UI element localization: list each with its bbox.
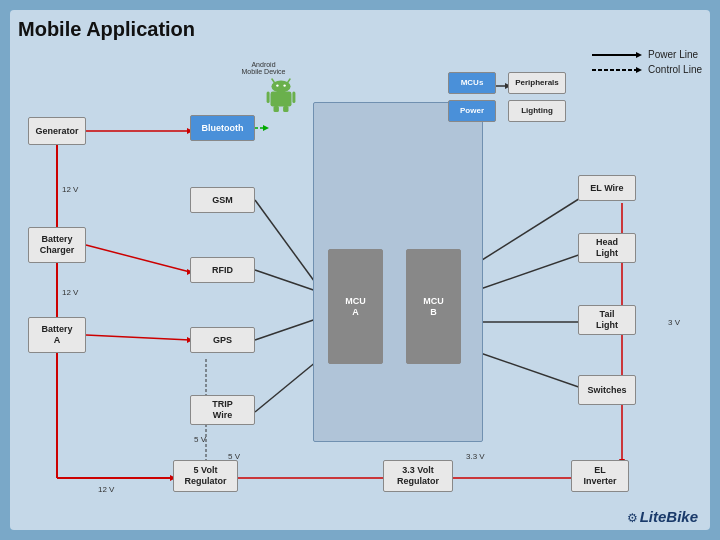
svg-rect-58 <box>274 106 279 112</box>
legend-power: Power Line <box>592 49 702 60</box>
gsm-box: GSM <box>190 187 255 213</box>
diagram-area: Power Line Control Line 12 V 12 V 12 V <box>18 47 702 527</box>
svg-text:12 V: 12 V <box>98 485 115 494</box>
svg-marker-27 <box>263 125 269 131</box>
peripherals-legend-box: Peripherals <box>508 72 566 94</box>
svg-point-54 <box>283 84 285 86</box>
main-container: Mobile Application Power Line Control Li… <box>10 10 710 530</box>
generator-box: Generator <box>28 117 86 145</box>
svg-rect-57 <box>292 92 295 103</box>
svg-text:12 V: 12 V <box>62 288 79 297</box>
svg-line-14 <box>86 245 190 272</box>
legend-control-label: Control Line <box>648 64 702 75</box>
mcu-a-box: MCUA <box>328 249 383 364</box>
volt5-reg-box: 5 VoltRegulator <box>173 460 238 492</box>
battery-a-box: BatteryA <box>28 317 86 353</box>
svg-text:12 V: 12 V <box>62 185 79 194</box>
page-title: Mobile Application <box>18 18 702 41</box>
head-light-box: HeadLight <box>578 233 636 263</box>
mcu-b-box: MCUB <box>406 249 461 364</box>
svg-line-16 <box>86 335 190 340</box>
legend-control: Control Line <box>592 64 702 75</box>
trip-wire-box: TRIPWire <box>190 395 255 425</box>
switches-box: Switches <box>578 375 636 405</box>
svg-rect-55 <box>271 92 292 107</box>
bluetooth-box: Bluetooth <box>190 115 255 141</box>
svg-marker-1 <box>636 52 642 58</box>
el-wire-box: EL Wire <box>578 175 636 201</box>
litebike-logo: ⚙LiteBike <box>627 508 698 525</box>
legend: Power Line Control Line <box>592 49 702 75</box>
gps-box: GPS <box>190 327 255 353</box>
volt33-reg-box: 3.3 VoltRegulator <box>383 460 453 492</box>
svg-text:3 V: 3 V <box>668 318 681 327</box>
legend-power-label: Power Line <box>648 49 698 60</box>
svg-point-53 <box>276 84 278 86</box>
svg-rect-59 <box>283 106 288 112</box>
svg-text:5 V: 5 V <box>194 435 207 444</box>
mcus-legend-box: MCUs <box>448 72 496 94</box>
el-inverter-box: ELInverter <box>571 460 629 492</box>
tail-light-box: TailLight <box>578 305 636 335</box>
svg-text:3.3 V: 3.3 V <box>466 452 485 461</box>
android-mobile-label: AndroidMobile Device <box>236 61 291 75</box>
android-icon <box>266 75 301 115</box>
rfid-box: RFID <box>190 257 255 283</box>
svg-rect-56 <box>267 92 270 103</box>
svg-point-52 <box>271 81 290 93</box>
lighting-legend-box: Lighting <box>508 100 566 122</box>
battery-charger-box: BatteryCharger <box>28 227 86 263</box>
power-legend-box: Power <box>448 100 496 122</box>
svg-marker-3 <box>636 67 642 73</box>
